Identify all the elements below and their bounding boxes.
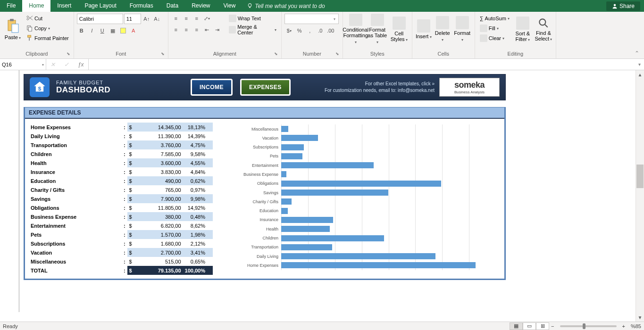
page-layout-view-button[interactable]: ▭ [523,322,536,330]
collapse-ribbon-button[interactable]: ⌃ [635,50,639,57]
font-launcher[interactable]: ⬊ [160,51,165,56]
clipboard-launcher[interactable]: ⬊ [66,51,71,56]
tab-view[interactable]: View [217,0,243,12]
border-button[interactable]: ▦ [108,26,117,35]
chart-bar-label: Subscriptions [229,145,281,149]
tab-home[interactable]: Home [22,0,50,12]
sort-filter-button[interactable]: Sort & Filter [513,14,532,45]
align-bottom-button[interactable]: ≡ [192,14,201,23]
scroll-up-button[interactable]: ▲ [636,70,644,79]
wrap-text-button[interactable]: Wrap Text [227,14,278,23]
decrease-decimal-button[interactable]: .00 [326,26,335,35]
cut-button[interactable]: Cut [25,14,71,23]
scroll-thumb[interactable] [636,165,644,188]
decrease-indent-button[interactable]: ⇤ [202,25,212,34]
conditional-formatting-button[interactable]: Conditional Formatting [346,14,366,45]
tab-formulas[interactable]: Formulas [123,0,160,12]
fx-button[interactable]: ƒx [78,61,84,68]
currency-symbol: $ [127,140,136,149]
format-painter-button[interactable]: Format Painter [25,33,71,43]
align-left-button[interactable]: ≡ [171,25,181,34]
insert-icon [417,19,430,33]
vertical-scrollbar[interactable]: ▲ ▼ [636,70,644,322]
chart-bar [281,208,288,214]
share-button[interactable]: Share [606,1,640,11]
table-row: Pets : $ 1.570,00 1,98% [29,230,213,239]
expand-formula-button[interactable]: ▾ [635,59,644,70]
increase-font-button[interactable]: A↑ [142,14,151,24]
delete-icon [436,16,449,29]
conditional-icon [349,14,362,26]
delete-cells-button[interactable]: Delete [434,14,451,45]
table-row: Children : $ 7.585,00 9,58% [29,149,213,158]
format-icon [456,16,469,29]
increase-indent-button[interactable]: ⇥ [213,25,222,34]
font-name-input[interactable] [77,14,123,24]
align-center-button[interactable]: ≡ [182,25,191,34]
tab-insert[interactable]: Insert [50,0,78,12]
tell-me-search[interactable]: Tell me what you want to do [247,3,325,9]
fill-button[interactable]: Fill [478,24,511,33]
someka-logo[interactable]: someka Business Analysis [439,78,500,97]
cancel-formula-button[interactable]: ✕ [50,61,55,68]
expenses-button[interactable]: EXPENSES [240,79,291,96]
cell-styles-icon [393,16,406,30]
bold-button[interactable]: B [77,26,86,35]
comma-button[interactable]: , [305,26,315,35]
formula-input[interactable] [89,59,635,70]
percent-button[interactable]: % [295,26,304,35]
align-right-button[interactable]: ≡ [192,25,201,34]
page-break-view-button[interactable]: ⊞ [536,322,549,330]
font-size-input[interactable] [124,14,141,24]
autosum-button[interactable]: ∑AutoSum [478,14,511,23]
underline-button[interactable]: U [98,26,107,35]
align-top-button[interactable]: ≡ [171,14,181,23]
find-select-button[interactable]: Find & Select [534,14,553,45]
format-cells-button[interactable]: Format [453,14,472,45]
number-label: Number [303,51,321,57]
alignment-launcher[interactable]: ⬊ [274,51,278,56]
chart-bar-label: Miscellaneous [229,127,281,132]
worksheet-area[interactable]: $ FAMILY BUDGET DASHBOARD INCOME EXPENSE… [0,70,644,322]
align-middle-button[interactable]: ≡ [182,14,191,23]
income-button[interactable]: INCOME [191,79,233,96]
zoom-handle[interactable] [583,323,585,329]
expense-pct: 2,12% [183,239,213,248]
tab-file[interactable]: File [0,0,22,12]
svg-rect-6 [28,27,32,31]
insert-cells-button[interactable]: Insert [415,14,432,45]
zoom-in-button[interactable]: + [620,323,627,329]
number-launcher[interactable]: ⬊ [335,51,340,56]
expense-amount: 1.570,00 [136,230,183,239]
enter-formula-button[interactable]: ✓ [64,61,69,68]
copy-button[interactable]: Copy [25,24,71,33]
tab-page-layout[interactable]: Page Layout [78,0,123,12]
font-color-button[interactable]: A [129,26,138,35]
expense-label: Subscriptions [29,239,122,248]
name-box[interactable]: Q16▾ [0,59,46,70]
scroll-down-button[interactable]: ▼ [636,313,644,322]
currency-symbol: $ [127,123,136,132]
svg-rect-3 [10,19,14,21]
orientation-button[interactable]: ⤢ [202,14,212,23]
tab-review[interactable]: Review [185,0,217,12]
paste-button[interactable]: Paste [3,14,23,45]
italic-button[interactable]: I [87,26,97,35]
decrease-font-button[interactable]: A↓ [152,14,162,24]
fill-color-button[interactable] [118,26,128,35]
normal-view-button[interactable]: ▦ [510,322,523,330]
increase-decimal-button[interactable]: .0 [316,26,325,35]
accounting-button[interactable]: $ [284,26,294,35]
dashboard-subtitle: FAMILY BUDGET [56,80,110,85]
clear-button[interactable]: Clear [478,33,511,43]
merge-center-button[interactable]: Merge & Center [227,25,278,34]
zoom-slider[interactable] [560,325,617,327]
cell-styles-button[interactable]: Cell Styles [389,14,409,45]
format-as-table-button[interactable]: Format as Table [368,14,387,45]
expense-amount: 11.805,00 [136,203,183,212]
zoom-out-button[interactable]: − [549,323,556,329]
chart-bar-label: Insurance [229,217,281,222]
chart-bar [281,253,435,259]
tab-data[interactable]: Data [160,0,185,12]
number-format-dropdown[interactable]: ▾ [284,14,339,24]
